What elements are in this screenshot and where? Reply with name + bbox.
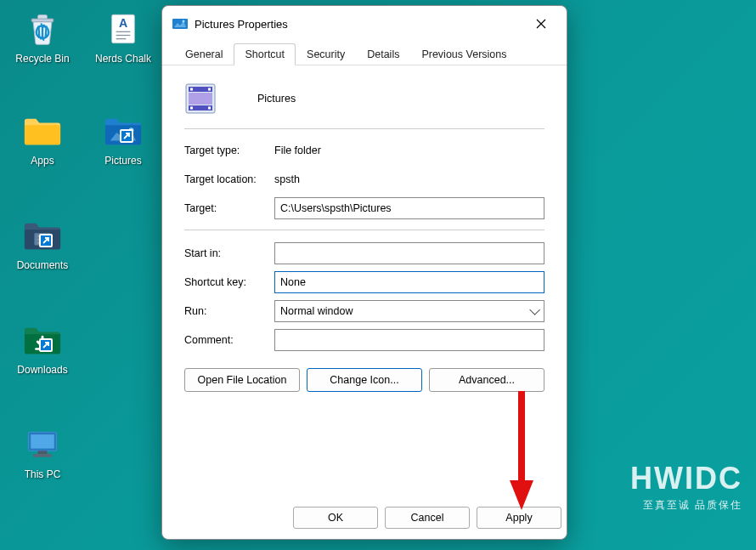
- title-bar: Pictures Properties: [162, 6, 567, 42]
- watermark-tagline: 至真至诚 品质保住: [630, 498, 742, 513]
- target-type-value: File folder: [274, 145, 321, 156]
- start-in-input[interactable]: [274, 242, 544, 264]
- desktop-icon-this-pc[interactable]: This PC: [4, 424, 81, 480]
- open-file-location-button[interactable]: Open File Location: [184, 368, 300, 392]
- tab-previous-versions[interactable]: Previous Versions: [410, 43, 517, 65]
- recycle-bin-icon: [22, 9, 63, 49]
- change-icon-button[interactable]: Change Icon...: [307, 368, 422, 392]
- downloads-folder-icon: [22, 320, 63, 360]
- desktop-icon-label: This PC: [4, 468, 81, 480]
- text-document-icon: A: [103, 9, 144, 49]
- target-row: Target:: [184, 194, 544, 223]
- shortcut-large-icon: [184, 82, 217, 115]
- desktop-icon-nerds-chalk[interactable]: A Nerds Chalk: [85, 9, 161, 65]
- tab-shortcut[interactable]: Shortcut: [234, 43, 296, 65]
- desktop-icon-apps[interactable]: Apps: [4, 111, 81, 167]
- this-pc-icon: [22, 424, 63, 465]
- properties-dialog: Pictures Properties General Shortcut Sec…: [161, 5, 567, 540]
- desktop-icon-label: Downloads: [4, 364, 81, 376]
- close-button[interactable]: [526, 11, 556, 37]
- cancel-button[interactable]: Cancel: [385, 507, 470, 529]
- svg-rect-16: [33, 454, 52, 457]
- tab-general[interactable]: General: [174, 43, 234, 65]
- svg-rect-14: [31, 434, 54, 448]
- start-in-label: Start in:: [184, 247, 274, 259]
- advanced-button[interactable]: Advanced...: [429, 368, 544, 392]
- dialog-title: Pictures Properties: [195, 18, 526, 31]
- target-type-row: Target type: File folder: [184, 136, 544, 165]
- svg-text:A: A: [119, 16, 127, 30]
- target-input[interactable]: [274, 197, 544, 219]
- target-label: Target:: [184, 202, 274, 214]
- desktop-icon-documents[interactable]: Documents: [4, 215, 81, 271]
- svg-rect-26: [189, 93, 212, 105]
- svg-rect-0: [31, 19, 54, 22]
- comment-row: Comment:: [184, 326, 544, 354]
- apply-button[interactable]: Apply: [477, 507, 561, 529]
- tab-bar: General Shortcut Security Details Previo…: [162, 42, 567, 65]
- divider: [184, 230, 544, 230]
- svg-rect-23: [208, 88, 211, 91]
- watermark: HWIDC 至真至诚 品质保住: [630, 461, 742, 513]
- svg-rect-25: [208, 107, 211, 110]
- svg-rect-17: [172, 19, 188, 29]
- shortcut-overlay-icon: [39, 234, 53, 247]
- desktop-icon-label: Recycle Bin: [4, 53, 81, 65]
- dialog-body: Pictures Target type: File folder Target…: [162, 65, 567, 498]
- svg-rect-22: [190, 88, 193, 91]
- target-type-label: Target type:: [184, 145, 274, 156]
- folder-icon: [22, 111, 63, 151]
- desktop-icon-downloads[interactable]: Downloads: [4, 320, 81, 376]
- desktop-icon-pictures[interactable]: Pictures: [85, 111, 161, 167]
- tab-details[interactable]: Details: [356, 43, 410, 65]
- comment-input[interactable]: [274, 329, 544, 351]
- target-location-label: Target location:: [184, 173, 274, 185]
- ok-button[interactable]: OK: [293, 507, 378, 529]
- svg-rect-24: [190, 107, 193, 110]
- target-location-value: spsth: [274, 173, 300, 185]
- shortcut-overlay-icon: [39, 338, 53, 352]
- svg-rect-15: [38, 451, 48, 454]
- run-row: Run: Normal window: [184, 297, 544, 326]
- target-location-row: Target location: spsth: [184, 165, 544, 194]
- run-select-value: Normal window: [280, 305, 353, 317]
- shortcut-key-row: Shortcut key:: [184, 268, 544, 297]
- shortcut-name: Pictures: [257, 93, 296, 105]
- close-icon: [536, 19, 546, 29]
- shortcut-key-input[interactable]: [274, 271, 544, 293]
- svg-point-18: [183, 20, 185, 23]
- shortcut-overlay-icon: [120, 129, 133, 143]
- shortcut-key-label: Shortcut key:: [184, 276, 274, 288]
- pictures-title-icon: [172, 17, 188, 31]
- start-in-row: Start in:: [184, 239, 544, 268]
- icon-header-row: Pictures: [184, 77, 544, 129]
- dialog-footer: OK Cancel Apply: [162, 498, 567, 539]
- watermark-logo: HWIDC: [630, 461, 742, 496]
- comment-label: Comment:: [184, 334, 274, 346]
- documents-folder-icon: [22, 215, 63, 256]
- desktop-icon-label: Pictures: [85, 155, 161, 167]
- run-select[interactable]: Normal window: [274, 300, 544, 322]
- desktop-icon-label: Apps: [4, 155, 81, 167]
- tab-security[interactable]: Security: [296, 43, 356, 65]
- pictures-folder-icon: [103, 111, 144, 151]
- desktop-icon-label: Nerds Chalk: [85, 53, 161, 65]
- action-button-row: Open File Location Change Icon... Advanc…: [184, 368, 544, 392]
- run-label: Run:: [184, 305, 274, 317]
- desktop-icon-recycle-bin[interactable]: Recycle Bin: [4, 9, 81, 65]
- desktop-icon-label: Documents: [4, 259, 81, 271]
